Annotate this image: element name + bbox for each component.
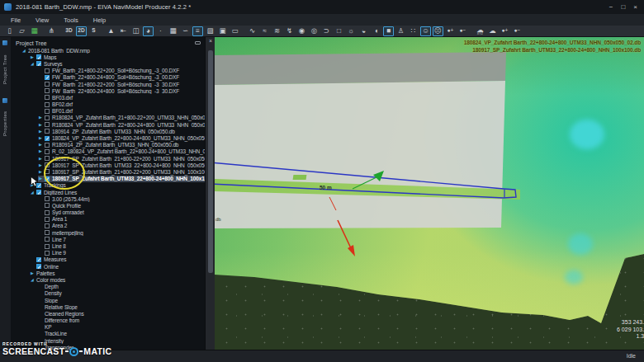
checkbox[interactable]	[45, 75, 50, 80]
checkbox[interactable]	[36, 257, 41, 262]
import-view-button[interactable]: ⇤	[118, 26, 129, 36]
checkbox[interactable]	[45, 244, 50, 249]
checkbox[interactable]	[45, 109, 50, 114]
checkbox[interactable]	[45, 102, 50, 107]
tree-item[interactable]: Area 1	[11, 216, 205, 223]
checkbox[interactable]	[45, 122, 50, 127]
tree-item[interactable]: BF01.dxf	[11, 108, 205, 115]
tree-item[interactable]: ▶R180914_ZP_Zufahrt Barth_UTM33_NHN_050x…	[11, 142, 205, 148]
checkbox[interactable]	[45, 210, 50, 215]
ruler-button[interactable]: ▭	[230, 26, 240, 36]
collapsed-arrow-icon[interactable]: ▶	[31, 55, 36, 59]
tree-item[interactable]: ▶R180824_VP_Zufahrt Barth_21+800-22+200_…	[11, 115, 205, 121]
tree-item[interactable]: ▶180917_SP_Zufahrt Barth_21+800-22+200_U…	[11, 155, 205, 162]
tree-item[interactable]: Measures	[11, 256, 205, 263]
tree-item[interactable]: ▶180917_SP_Zufahrt Barth_UTM33_22+800-24…	[11, 162, 205, 168]
tree-item[interactable]: Transponder	[11, 344, 205, 350]
tree-item[interactable]: KP	[11, 324, 205, 331]
tree-item[interactable]: Line 7	[11, 236, 205, 242]
north-arrow-button[interactable]: ▲	[106, 26, 116, 36]
xyz-cloud-button[interactable]: ☁XYZ	[475, 26, 485, 36]
tree-item[interactable]: ◢Digitized Lines	[11, 189, 205, 195]
ghost-mode-button[interactable]: ♙	[395, 26, 406, 36]
waypoint-button[interactable]: ◉	[296, 26, 307, 36]
palette-button[interactable]: ◒	[358, 26, 369, 36]
point-add-button[interactable]: ●+	[445, 26, 456, 36]
checkbox[interactable]	[45, 149, 50, 154]
wireframe-button[interactable]: ◫	[130, 26, 141, 36]
tree-item[interactable]: ▶Palettes	[11, 270, 205, 276]
profile-stacked-button[interactable]: ≋	[272, 26, 282, 36]
collapsed-arrow-icon[interactable]: ▶	[39, 176, 45, 181]
dock-tab-project-tree[interactable]: Project Tree	[0, 47, 11, 92]
collapsed-arrow-icon[interactable]: ▶	[39, 123, 45, 127]
expanded-arrow-icon[interactable]: ◢	[22, 49, 28, 53]
camera-button[interactable]: ▣	[217, 26, 228, 36]
tree-item[interactable]: Online	[11, 263, 205, 270]
tree-item[interactable]: 3.00 (2675.44m)	[11, 195, 205, 202]
cloud-point-add-button[interactable]: ●+	[500, 26, 510, 36]
tree-item[interactable]: Line 9	[11, 250, 205, 256]
shading-button[interactable]: ◕	[143, 26, 154, 36]
tree-item[interactable]: BF02.dxf	[11, 101, 205, 108]
checkbox[interactable]	[45, 95, 50, 100]
tree-item[interactable]: ▶R180824_VP_Zufahrt Barth_22+800-24+800_…	[11, 121, 205, 128]
checkbox[interactable]	[45, 251, 50, 256]
tree-item[interactable]: FW_Barth_22+800-24+800_Soll+Böschung_-3_…	[11, 87, 205, 94]
restore-button[interactable]: □	[621, 3, 625, 12]
checkbox[interactable]	[45, 237, 50, 242]
tree-item[interactable]: ▶Maps	[11, 54, 205, 60]
view-3d-button[interactable]: 3D	[64, 26, 74, 36]
profile-multi-button[interactable]: ≈	[259, 26, 270, 36]
collapsed-arrow-icon[interactable]: ▶	[31, 271, 36, 275]
checkbox[interactable]	[45, 196, 50, 201]
pin-icon[interactable]	[195, 41, 201, 45]
collapsed-arrow-icon[interactable]: ▶	[39, 163, 45, 167]
expanded-arrow-icon[interactable]: ◢	[31, 278, 36, 282]
checkbox[interactable]	[36, 264, 41, 269]
brightness-button[interactable]: ☼	[346, 26, 357, 36]
scanlines-button[interactable]: ≡	[192, 26, 203, 36]
checkbox[interactable]	[36, 54, 41, 59]
new-file-button[interactable]: ▯	[4, 26, 15, 36]
tree-item[interactable]: ▶180914_ZP_Zufahrt Barth_UTM33_NHN_050x0…	[11, 128, 205, 134]
pick-button[interactable]: ◖	[371, 26, 381, 36]
tree-item[interactable]: Quick Profile	[11, 202, 205, 209]
tree-item[interactable]: Line 8	[11, 242, 205, 249]
checkbox[interactable]	[45, 203, 50, 208]
menu-view[interactable]: View	[28, 16, 56, 24]
tree-item[interactable]: ▶180917_SP_Zufahrt Barth_UTM33_22+800-24…	[11, 176, 205, 182]
tree-item[interactable]: Cleaned Regions	[11, 310, 205, 317]
checkbox[interactable]	[36, 183, 41, 188]
dock-tab-properties[interactable]: Properties	[0, 105, 11, 143]
cloud-point-remove-button[interactable]: ●−	[512, 26, 523, 36]
checkbox[interactable]	[45, 223, 50, 228]
menu-file[interactable]: File	[3, 16, 28, 24]
scrollbar-thumb[interactable]	[208, 50, 213, 273]
grid-button[interactable]: ▦	[168, 26, 178, 36]
checkbox[interactable]	[45, 136, 50, 141]
tree-item[interactable]: Density	[11, 290, 205, 297]
collapsed-arrow-icon[interactable]: ▶	[39, 115, 45, 120]
tree-item[interactable]: Depth	[11, 284, 205, 290]
profile-single-button[interactable]: ∿	[247, 26, 258, 36]
tree-item[interactable]: ▶180917_SP_Zufahrt Barth_21+800-22+200_U…	[11, 168, 205, 175]
tree-item[interactable]: Intensity	[11, 337, 205, 344]
tree-item[interactable]: Slope	[11, 297, 205, 303]
checkbox[interactable]	[45, 82, 50, 87]
region-button[interactable]: ■	[383, 26, 394, 36]
checkbox[interactable]	[45, 156, 50, 161]
connect-button[interactable]: ⋔	[46, 26, 57, 36]
tree-item[interactable]: FW_Barth_22+800-24+800_Soll+Böschung_-3_…	[11, 74, 205, 81]
checkbox[interactable]	[45, 176, 50, 181]
collapsed-arrow-icon[interactable]: ▶	[39, 149, 45, 153]
curve-button[interactable]: ⊃	[321, 26, 332, 36]
expanded-arrow-icon[interactable]: ◢	[31, 190, 36, 195]
tree-item[interactable]: TrackLine	[11, 331, 205, 337]
tree-item[interactable]: ◢Surveys	[11, 60, 205, 67]
point-size-button[interactable]: ·	[155, 26, 166, 36]
view-sounding-button[interactable]: S	[88, 26, 99, 36]
rectangle-select-button[interactable]: □	[334, 26, 344, 36]
checkbox[interactable]	[45, 68, 50, 73]
open-file-button[interactable]: ▱	[17, 26, 27, 36]
